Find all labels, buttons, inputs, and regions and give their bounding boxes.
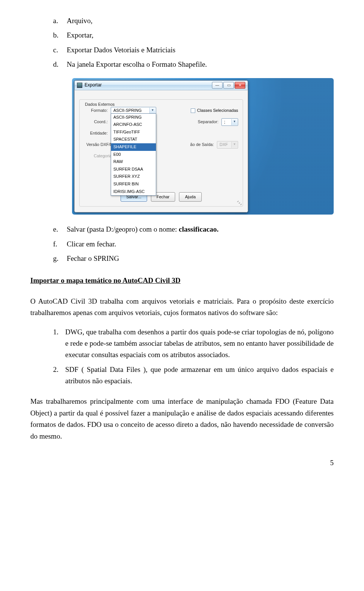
list-text-bold: classificacao. (179, 225, 218, 233)
dropdown-option[interactable]: SURFER BIN (111, 180, 156, 188)
list-text: Na janela Exportar escolha o Formato Sha… (67, 59, 334, 70)
groupbox-title: Dados Externos (85, 101, 115, 108)
minimize-button[interactable]: — (212, 82, 223, 89)
checkbox-label: Classes Selecionadas (197, 107, 238, 114)
dropdown-option[interactable]: SHAPEFILE (111, 143, 156, 151)
list-marker: b. (53, 30, 62, 41)
list-text-pre: Salvar (pasta D:/geopro) com o nome: (67, 225, 179, 233)
chevron-down-icon: ▼ (231, 119, 237, 125)
label-coord: Coord.: (84, 119, 108, 125)
window-title: Exportar (85, 82, 102, 89)
label-entidade: Entidade: (84, 130, 108, 137)
separador-value: ; (224, 119, 225, 125)
list-text: Fechar o SPRING (67, 253, 334, 264)
list-item-d: d. Na janela Exportar escolha o Formato … (53, 59, 334, 70)
dropdown-option[interactable]: SURFER XYZ (111, 173, 156, 180)
list-marker: g. (53, 253, 62, 264)
dropdown-option[interactable]: RAW (111, 158, 156, 166)
list-item-f: f. Clicar em fechar. (53, 238, 334, 250)
paragraph-2: Mas trabalharemos principalmente com uma… (30, 396, 334, 442)
list-text: DWG, que trabalha com desenhos a partir … (65, 326, 334, 361)
chevron-down-icon: ▼ (231, 142, 237, 148)
list-marker: f. (53, 238, 62, 250)
label-formato: Formato: (84, 107, 108, 114)
maximize-button[interactable]: ▭ (223, 82, 234, 89)
formato-dropdown-list[interactable]: ASCII-SPRINGARCINFO-ASCTIFF/GeoTIFFSPACE… (111, 113, 156, 196)
list-item-2: 2. SDF ( Spatial Data Files ), que pode … (53, 364, 334, 387)
list-text: SDF ( Spatial Data Files ), que pode arm… (65, 364, 334, 387)
resize-grip[interactable] (237, 201, 242, 205)
exportar-window: Exportar — ▭ ✕ Dados Externos Formato: A… (74, 80, 248, 213)
app-icon (77, 83, 82, 88)
list-marker: d. (53, 59, 62, 70)
section-heading: Importar o mapa temático no AutoCAD Civi… (30, 275, 334, 286)
chevron-down-icon: ▼ (149, 108, 155, 114)
close-button[interactable]: ✕ (235, 82, 245, 89)
lettered-list-bottom: e. Salvar (pasta D:/geopro) com o nome: … (53, 224, 334, 264)
dropdown-option[interactable]: ARCINFO-ASC (111, 121, 156, 129)
list-text: Exportar, (67, 30, 334, 41)
saida-value: DXF (220, 141, 228, 148)
list-item-b: b. Exportar, (53, 30, 334, 41)
list-item-a: a. Arquivo, (53, 15, 334, 27)
lettered-list-top: a. Arquivo, b. Exportar, c. Exportar Dad… (53, 15, 334, 71)
dropdown-option[interactable]: ASCII-SPRING (111, 114, 156, 121)
label-separador: Separador: (198, 119, 218, 125)
list-marker: 1. (53, 326, 61, 361)
list-text: Exportar Dados Vetoriais e Matriciais (67, 44, 334, 56)
separador-combobox[interactable]: ; ▼ (221, 118, 238, 126)
classes-selecionadas-checkbox[interactable]: Classes Selecionadas (191, 107, 238, 114)
page-number: 5 (30, 457, 334, 469)
checkbox-box (191, 108, 195, 113)
list-marker: 2. (53, 364, 61, 387)
exportar-dialog-screenshot: Exportar — ▭ ✕ Dados Externos Formato: A… (72, 78, 334, 215)
paragraph-1: O AutoCAD Civil 3D trabalha com arquivos… (30, 296, 334, 319)
list-marker: e. (53, 224, 62, 235)
list-marker: a. (53, 15, 62, 27)
numbered-list: 1. DWG, que trabalha com desenhos a part… (53, 326, 334, 387)
list-text: Salvar (pasta D:/geopro) com o nome: cla… (67, 224, 334, 235)
dropdown-option[interactable]: E00 (111, 151, 156, 158)
dropdown-option[interactable]: SPACESTAT (111, 136, 156, 143)
dropdown-option[interactable]: TIFF/GeoTIFF (111, 129, 156, 136)
list-item-1: 1. DWG, que trabalha com desenhos a part… (53, 326, 334, 361)
saida-combobox: DXF ▼ (217, 141, 238, 149)
label-saida: ão de Saída: (190, 141, 214, 148)
label-categoria: Categoria. (84, 153, 113, 160)
window-titlebar[interactable]: Exportar — ▭ ✕ (74, 80, 248, 90)
list-item-e: e. Salvar (pasta D:/geopro) com o nome: … (53, 224, 334, 235)
list-text: Clicar em fechar. (67, 238, 334, 250)
dropdown-option[interactable]: IDRISI.IMG-ASC (111, 188, 156, 196)
list-marker: c. (53, 44, 62, 56)
dropdown-option[interactable]: SURFER DSAA (111, 166, 156, 173)
ajuda-button[interactable]: Ajuda (179, 192, 202, 202)
list-text: Arquivo, (67, 15, 334, 27)
label-versao: Versão DXF/D (84, 141, 113, 148)
list-item-c: c. Exportar Dados Vetoriais e Matriciais (53, 44, 334, 56)
list-item-g: g. Fechar o SPRING (53, 253, 334, 264)
